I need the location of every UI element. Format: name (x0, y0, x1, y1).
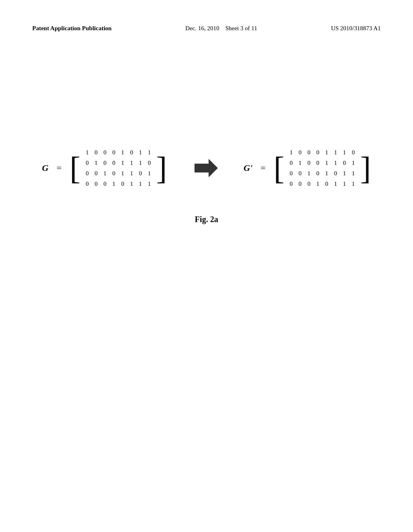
matrix-G-prime-cell: 0 (350, 149, 357, 156)
matrix-G-prime-cell: 1 (350, 170, 357, 177)
matrix-G-label: G (42, 163, 48, 173)
sheet-info: Sheet 3 of 11 (225, 25, 257, 31)
matrix-G-prime-cell: 1 (341, 149, 348, 156)
matrix-G-prime-cell: 0 (323, 181, 330, 187)
patent-number: US 2010/318873 A1 (331, 25, 381, 31)
matrix-G-prime-cell: 0 (305, 181, 313, 187)
matrix-G-cell: 0 (128, 149, 135, 156)
publication-date: Dec. 16, 2010 (186, 25, 219, 31)
matrix-G-prime-label: G' (244, 163, 252, 173)
matrix-G-prime-cell: 1 (305, 170, 313, 177)
matrix-G-cell: 1 (101, 170, 108, 177)
matrix-G-prime-cell: 0 (341, 160, 348, 166)
matrix-G-wrapper: [ 10001011010011100010110100010111 ] (70, 145, 167, 191)
matrix-G-cell: 0 (83, 181, 91, 187)
right-bracket-G-prime: ] (360, 145, 371, 191)
matrix-G-prime-cell: 0 (314, 149, 321, 156)
matrix-G-cell: 1 (146, 170, 153, 177)
matrix-G-cell: 1 (119, 170, 126, 177)
matrix-G-cell: 0 (110, 170, 117, 177)
page: Patent Application Publication Dec. 16, … (0, 0, 413, 532)
left-bracket-G-prime: [ (273, 145, 284, 191)
matrix-G-prime-cell: 1 (314, 181, 321, 187)
matrix-G-cell: 0 (110, 160, 117, 166)
matrix-G-cell: 0 (92, 181, 100, 187)
matrix-G-prime-cell: 0 (288, 170, 295, 177)
figure-caption: Fig. 2a (195, 215, 218, 224)
matrix-G-prime-cell: 0 (305, 149, 313, 156)
matrix-G-prime-cell: 1 (332, 160, 339, 166)
header-center: Dec. 16, 2010 Sheet 3 of 11 (186, 24, 257, 33)
equals-sign-prime: = (261, 163, 265, 173)
matrix-G-prime-cell: 0 (305, 160, 313, 166)
left-bracket-G: [ (70, 145, 81, 191)
matrix-G-cell: 1 (146, 181, 153, 187)
matrix-G-prime-cell: 1 (296, 160, 304, 166)
matrix-G-cell: 1 (128, 170, 135, 177)
matrix-G-prime-cell: 1 (323, 160, 330, 166)
figure-container: G = [ 10001011010011100010110100010111 ] (42, 145, 371, 224)
matrices-row: G = [ 10001011010011100010110100010111 ] (42, 145, 371, 191)
matrix-G-group: G = [ 10001011010011100010110100010111 ] (42, 145, 167, 191)
header-right: US 2010/318873 A1 (331, 24, 381, 33)
matrix-G-prime-cell: 1 (350, 181, 357, 187)
matrix-G-prime-cell: 1 (332, 149, 339, 156)
matrix-G-cell: 1 (128, 181, 135, 187)
matrix-G-cell: 1 (83, 149, 91, 156)
matrix-G-cell: 1 (110, 181, 117, 187)
matrix-G-prime-cell: 0 (296, 149, 304, 156)
matrix-G-cell: 1 (137, 149, 144, 156)
matrix-G-cell: 0 (146, 160, 153, 166)
matrix-G-cell: 0 (92, 149, 100, 156)
matrix-G-cell: 1 (137, 160, 144, 166)
matrix-G-prime-cell: 0 (296, 181, 304, 187)
matrix-G-prime-cell: 1 (323, 170, 330, 177)
matrix-G-prime-cell: 0 (288, 181, 295, 187)
matrix-G-cell: 1 (137, 181, 144, 187)
publication-label: Patent Application Publication (32, 25, 112, 31)
matrix-G-prime-cell: 1 (341, 170, 348, 177)
matrix-G-cell: 1 (119, 149, 126, 156)
right-bracket-G: ] (156, 145, 167, 191)
equals-sign: = (56, 163, 61, 173)
matrix-G-cell: 0 (137, 170, 144, 177)
header: Patent Application Publication Dec. 16, … (32, 24, 381, 33)
matrix-G-cell: 0 (110, 149, 117, 156)
matrix-G-cell: 0 (119, 181, 126, 187)
matrix-G-cell: 1 (146, 149, 153, 156)
matrix-G-prime-cell: 1 (350, 160, 357, 166)
matrix-G-prime-cell: 1 (341, 181, 348, 187)
matrix-G-cell: 1 (128, 160, 135, 166)
content-area: G = [ 10001011010011100010110100010111 ] (32, 145, 381, 224)
arrow-container (191, 154, 219, 182)
matrix-G-prime-wrapper: [ 10001110010011010010101100010111 ] (273, 145, 371, 191)
matrix-G-prime-cell: 0 (296, 170, 304, 177)
arrow-icon (191, 154, 219, 182)
matrix-G-cell: 0 (92, 170, 100, 177)
svg-marker-0 (195, 159, 218, 177)
header-left: Patent Application Publication (32, 24, 112, 33)
matrix-G-cell: 0 (101, 149, 108, 156)
matrix-G-cell: 1 (92, 160, 100, 166)
matrix-G-prime-cell: 0 (288, 160, 295, 166)
matrix-G-cell: 0 (101, 181, 108, 187)
matrix-G-prime-cell: 0 (332, 170, 339, 177)
matrix-G-cell: 1 (119, 160, 126, 166)
matrix-G-prime-cell: 1 (332, 181, 339, 187)
matrix-G-prime-cell: 0 (314, 170, 321, 177)
matrix-G-prime-cell: 1 (323, 149, 330, 156)
matrix-G-prime-content: 10001110010011010010101100010111 (285, 145, 359, 191)
matrix-G-prime-cell: 0 (314, 160, 321, 166)
matrix-G-cell: 0 (101, 160, 108, 166)
matrix-G-prime-group: G' = [ 10001110010011010010101100010111 … (244, 145, 371, 191)
matrix-G-prime-cell: 1 (288, 149, 295, 156)
matrix-G-cell: 0 (83, 160, 91, 166)
matrix-G-cell: 0 (83, 170, 91, 177)
matrix-G-content: 10001011010011100010110100010111 (81, 145, 155, 191)
